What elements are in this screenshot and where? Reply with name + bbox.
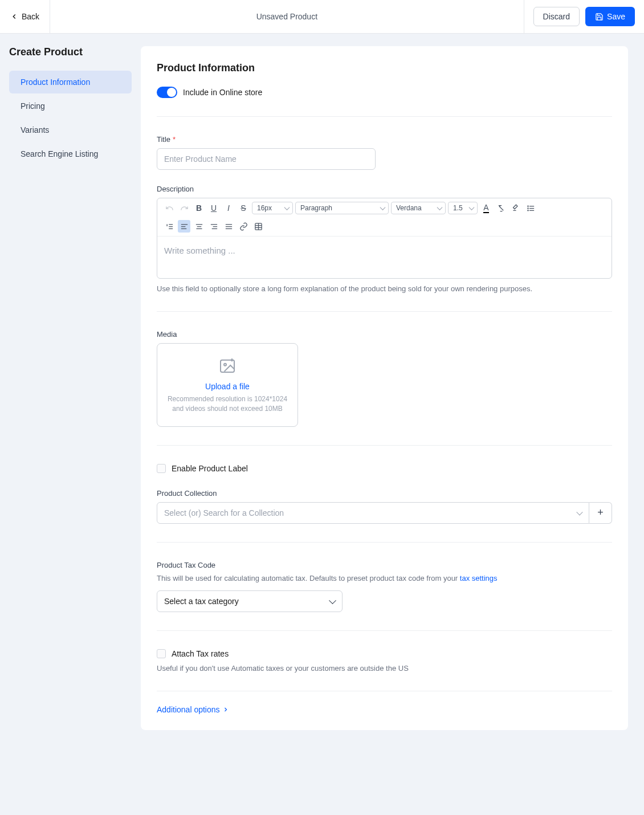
collection-add-button[interactable]: + (589, 502, 612, 524)
link-icon[interactable] (237, 220, 250, 233)
online-store-toggle[interactable] (157, 87, 177, 98)
richtext-body[interactable]: Write something ... (157, 237, 612, 278)
discard-label: Discard (543, 12, 570, 21)
card-heading: Product Information (157, 62, 612, 74)
divider (157, 311, 612, 312)
tax-label: Product Tax Code (157, 561, 612, 569)
sidebar-title: Create Product (9, 46, 132, 58)
back-label: Back (22, 12, 39, 21)
bold-icon[interactable]: B (193, 202, 205, 214)
topbar: Back Unsaved Product Discard Save (0, 0, 644, 34)
sidebar-item-label: Pricing (21, 101, 45, 111)
media-section: Media Upload a file Recommended resoluti… (157, 330, 612, 427)
save-icon (595, 13, 604, 21)
sidebar-item-product-info[interactable]: Product Information (9, 71, 132, 93)
undo-icon[interactable] (163, 202, 176, 214)
svg-rect-25 (221, 360, 234, 372)
underline-icon[interactable]: U (207, 202, 220, 214)
save-label: Save (607, 12, 625, 21)
svg-point-5 (527, 210, 528, 210)
tax-category-select[interactable]: Select a tax category (157, 590, 343, 612)
sidebar-item-variants[interactable]: Variants (9, 119, 132, 141)
font-select[interactable]: Verdana (391, 202, 446, 214)
lineheight-value: 1.5 (453, 204, 463, 212)
attach-tax-checkbox[interactable] (157, 649, 166, 658)
attach-tax-row: Attach Tax rates (157, 649, 612, 658)
page-title: Unsaved Product (256, 12, 317, 21)
title-input[interactable] (157, 148, 376, 170)
divider (157, 116, 612, 117)
sidebar-item-pricing[interactable]: Pricing (9, 95, 132, 117)
online-store-toggle-row: Include in Online store (157, 87, 612, 98)
chevron-right-icon (222, 706, 229, 713)
svg-point-26 (224, 364, 226, 366)
svg-point-3 (527, 206, 528, 206)
sidebar-item-label: Product Information (21, 78, 90, 87)
description-label: Description (157, 185, 612, 193)
fontsize-value: 16px (257, 204, 272, 212)
plus-icon: + (597, 507, 604, 519)
collection-placeholder: Select (or) Search for a Collection (164, 508, 284, 517)
tax-settings-link[interactable]: tax settings (460, 574, 498, 582)
toggle-label: Include in Online store (183, 88, 262, 97)
sidebar-item-label: Variants (21, 125, 49, 135)
block-value: Paragraph (300, 204, 332, 212)
back-button[interactable]: Back (0, 0, 50, 33)
description-hint: Use this field to optionally store a lon… (157, 284, 612, 293)
sidebar: Create Product Product Information Prici… (0, 34, 141, 743)
discard-button[interactable]: Discard (533, 7, 580, 26)
layout: Create Product Product Information Prici… (0, 34, 644, 743)
tax-hint: This will be used for calculating automa… (157, 574, 612, 582)
redo-icon[interactable] (178, 202, 190, 214)
richtext-toolbar: B U I S 16px Paragraph Verdana 1.5 A (157, 198, 612, 237)
upload-dropzone[interactable]: Upload a file Recommended resolution is … (157, 343, 298, 427)
sidebar-item-seo[interactable]: Search Engine Listing (9, 142, 132, 165)
divider (157, 542, 612, 543)
collection-select[interactable]: Select (or) Search for a Collection (157, 502, 589, 524)
tax-placeholder: Select a tax category (164, 597, 239, 606)
description-field: Description B U I S 16px Paragraph Verda… (157, 185, 612, 293)
title-label: Title * (157, 135, 612, 144)
product-info-card: Product Information Include in Online st… (141, 46, 628, 730)
strike-icon[interactable]: S (237, 202, 250, 214)
tax-section: Product Tax Code This will be used for c… (157, 561, 612, 612)
clear-format-icon[interactable] (495, 202, 507, 214)
topbar-left: Back (0, 0, 50, 33)
collection-section: Product Collection Select (or) Search fo… (157, 489, 612, 524)
tax-hint-text: This will be used for calculating automa… (157, 574, 460, 582)
upload-link-text: Upload a file (166, 382, 288, 391)
svg-point-4 (527, 207, 528, 208)
align-justify-icon[interactable] (222, 220, 235, 233)
text-color-icon[interactable]: A (480, 202, 492, 214)
lineheight-select[interactable]: 1.5 (448, 202, 478, 214)
required-marker: * (173, 135, 176, 144)
topbar-actions: Discard Save (524, 0, 635, 33)
title-label-text: Title (157, 135, 170, 144)
attach-tax-hint: Useful if you don't use Automatic taxes … (157, 664, 612, 673)
fontsize-select[interactable]: 16px (252, 202, 293, 214)
highlight-icon[interactable] (510, 202, 522, 214)
ordered-list-icon[interactable] (163, 220, 176, 233)
font-value: Verdana (396, 204, 422, 212)
bullet-list-icon[interactable] (524, 202, 537, 214)
align-right-icon[interactable] (207, 220, 220, 233)
additional-options-link[interactable]: Additional options (157, 705, 612, 714)
title-field: Title * (157, 135, 612, 170)
align-left-icon[interactable] (178, 220, 190, 233)
collection-label: Product Collection (157, 489, 612, 498)
media-label: Media (157, 330, 612, 339)
sidebar-item-label: Search Engine Listing (21, 149, 98, 158)
enable-label-row: Enable Product Label (157, 464, 612, 473)
save-button[interactable]: Save (585, 7, 635, 26)
italic-icon[interactable]: I (222, 202, 235, 214)
divider (157, 630, 612, 631)
table-icon[interactable] (252, 220, 264, 233)
align-center-icon[interactable] (193, 220, 205, 233)
block-select[interactable]: Paragraph (295, 202, 389, 214)
enable-label-checkbox[interactable] (157, 464, 166, 473)
enable-label-text: Enable Product Label (172, 464, 248, 473)
collection-row: Select (or) Search for a Collection + (157, 502, 612, 524)
divider (157, 691, 612, 691)
additional-options-text: Additional options (157, 705, 220, 714)
divider (157, 445, 612, 446)
